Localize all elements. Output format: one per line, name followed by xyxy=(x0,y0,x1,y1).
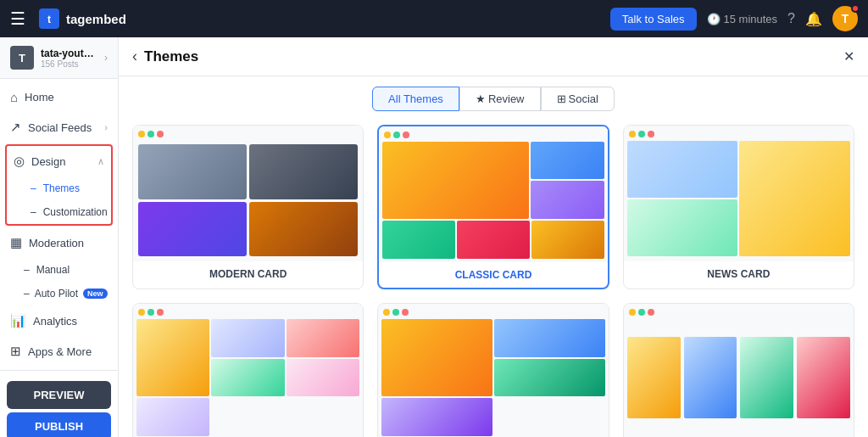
cc-big xyxy=(382,142,529,219)
sidebar-item-analytics[interactable]: 📊 Analytics xyxy=(0,305,118,336)
theme-card-square-photo[interactable]: SQUARE PHOTO xyxy=(377,303,609,437)
star-icon: ★ xyxy=(476,92,486,105)
theme-card-classic-photo[interactable]: CLASSIC PHOTO xyxy=(132,303,364,437)
preview-dots-3 xyxy=(629,131,654,137)
cc-sm3 xyxy=(382,221,455,259)
sidebar-profile[interactable]: T tata-youtube 156 Posts › xyxy=(0,37,118,79)
sidebar-sub-label-autopilot: Auto Pilot xyxy=(35,288,78,300)
themes-panel: ‹ Themes ✕ All Themes ★Review ⊞Social xyxy=(119,37,868,437)
sidebar-sub-item-autopilot[interactable]: – Auto Pilot New xyxy=(0,282,118,305)
preview-button[interactable]: PREVIEW xyxy=(7,381,111,409)
cp-5 xyxy=(287,359,359,397)
preview-dots-4 xyxy=(138,309,164,316)
home-icon: ⌂ xyxy=(10,90,18,104)
apps-icon: ⊞ xyxy=(10,344,21,359)
avatar-initial: T xyxy=(842,12,849,25)
sidebar-item-label-moderation: Moderation xyxy=(29,237,108,249)
themes-title-row: ‹ Themes xyxy=(132,48,198,65)
sidebar-sub-item-themes[interactable]: – Themes xyxy=(7,176,111,200)
dot-green xyxy=(147,131,154,137)
dash-icon-4: – xyxy=(24,288,30,300)
sidebar-item-moderation[interactable]: ▦ Moderation xyxy=(0,227,118,258)
svg-text:t: t xyxy=(47,14,51,25)
design-icon: ◎ xyxy=(14,154,25,169)
sidebar-sub-item-manual[interactable]: – Manual xyxy=(0,258,118,282)
themes-header: ‹ Themes ✕ xyxy=(119,37,868,76)
sidebar-item-home[interactable]: ⌂ Home xyxy=(0,82,118,112)
classic-card-layout xyxy=(379,126,607,262)
sidebar-sub-label-themes: Themes xyxy=(43,182,80,194)
tab-all-themes[interactable]: All Themes xyxy=(372,87,459,111)
theme-card-horizontal-slider[interactable]: HORIZONTAL SLIDER xyxy=(623,303,854,437)
sidebar-sub-label-customization: Customization xyxy=(43,206,108,218)
back-button[interactable]: ‹ xyxy=(132,48,137,65)
theme-card-modern-card[interactable]: MODERN CARD xyxy=(132,125,364,289)
cp-4 xyxy=(211,359,284,397)
theme-name-classic-card: CLASSIC CARD xyxy=(379,262,607,288)
bell-icon[interactable]: 🔔 xyxy=(805,11,822,27)
logo-icon: t xyxy=(39,8,59,29)
theme-name-modern-card: MODERN CARD xyxy=(133,261,363,287)
hslider-layout xyxy=(624,304,854,437)
cp-2 xyxy=(211,319,284,357)
theme-preview-modern-card xyxy=(133,126,363,261)
theme-preview-classic-photo xyxy=(133,304,363,437)
theme-preview-square-photo xyxy=(378,304,608,437)
sidebar-sub-item-customization[interactable]: – Customization xyxy=(7,200,111,224)
talk-to-sales-button[interactable]: Talk to Sales xyxy=(610,8,697,31)
publish-button[interactable]: PUBLISH xyxy=(7,412,111,437)
hamburger-button[interactable]: ☰ xyxy=(10,8,25,29)
news-layout xyxy=(624,126,854,261)
hs-4 xyxy=(797,337,850,419)
profile-name: tata-youtube xyxy=(41,48,97,59)
tab-social[interactable]: ⊞Social xyxy=(541,87,615,111)
avatar[interactable]: T xyxy=(832,6,858,31)
theme-card-news-card[interactable]: NEWS CARD xyxy=(623,125,854,289)
app-name: tagembed xyxy=(66,12,126,26)
sidebar-item-label-home: Home xyxy=(25,91,108,104)
cc-sm1 xyxy=(531,142,604,179)
social-feeds-chevron-icon: › xyxy=(104,122,108,132)
sidebar-item-apps-more[interactable]: ⊞ Apps & More xyxy=(0,336,118,367)
dash-icon-2: – xyxy=(31,206,36,218)
sidebar-item-label-apps-more: Apps & More xyxy=(28,345,108,358)
hs-3 xyxy=(740,337,793,419)
classic-photo-layout xyxy=(133,304,363,437)
profile-posts: 156 Posts xyxy=(41,59,97,69)
cc-row2 xyxy=(382,221,604,259)
close-button[interactable]: ✕ xyxy=(843,48,854,64)
sidebar-item-social-feeds[interactable]: ↗ Social Feeds › xyxy=(0,112,118,143)
sidebar-item-label-design: Design xyxy=(31,155,91,168)
dash-icon-3: – xyxy=(24,264,30,276)
sidebar-navigation: ⌂ Home ↗ Social Feeds › ◎ Design ∧ – The… xyxy=(0,79,118,370)
filter-tabs: All Themes ★Review ⊞Social xyxy=(119,76,868,118)
theme-preview-news-card xyxy=(624,126,854,261)
tab-review-label: Review xyxy=(488,92,525,105)
profile-chevron-icon: › xyxy=(104,52,108,64)
dash-icon: – xyxy=(31,182,36,194)
sidebar-item-label-social-feeds: Social Feeds xyxy=(28,121,97,134)
cp-3 xyxy=(287,319,359,357)
help-icon[interactable]: ? xyxy=(787,11,795,26)
square-photo-layout xyxy=(378,304,608,437)
main-layout: T tata-youtube 156 Posts › ⌂ Home ↗ Soci… xyxy=(0,37,868,437)
sidebar-bottom: PREVIEW PUBLISH xyxy=(0,370,118,437)
themes-title: Themes xyxy=(144,48,198,65)
new-badge: New xyxy=(83,289,108,299)
theme-card-classic-card[interactable]: CLASSIC CARD xyxy=(377,125,609,289)
news-img-1 xyxy=(627,141,738,198)
social-feeds-icon: ↗ xyxy=(10,120,21,135)
top-nav: ☰ t tagembed Talk to Sales 🕐 15 minutes … xyxy=(0,0,868,37)
topnav-right: Talk to Sales 🕐 15 minutes ? 🔔 T xyxy=(610,6,858,31)
profile-initial: T xyxy=(10,46,34,70)
sidebar-item-design[interactable]: ◎ Design ∧ xyxy=(7,146,111,176)
themes-grid: MODERN CARD xyxy=(119,118,868,437)
theme-preview-classic-card xyxy=(379,126,607,262)
avatar-badge xyxy=(851,4,860,13)
dot-yellow xyxy=(138,131,145,137)
dot-red-2 xyxy=(403,132,409,138)
preview-dots xyxy=(138,131,164,137)
tab-review[interactable]: ★Review xyxy=(459,87,541,111)
news-img-2 xyxy=(739,141,850,256)
design-chevron-icon: ∧ xyxy=(97,156,104,167)
